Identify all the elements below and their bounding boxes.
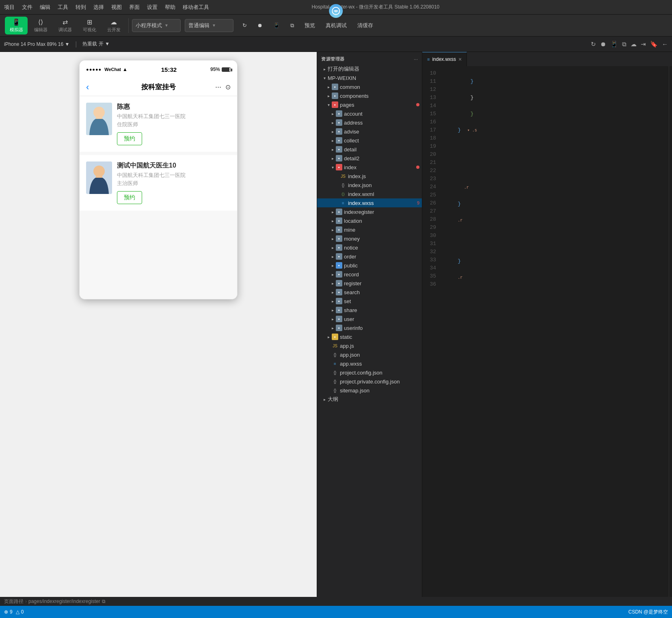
outline-section[interactable]: 大纲: [317, 395, 422, 404]
app-logo: [329, 4, 343, 18]
search-folder[interactable]: ▪ search: [317, 288, 422, 297]
nav-more-button[interactable]: ···: [215, 83, 221, 91]
preview-button[interactable]: 预览: [300, 20, 319, 31]
set-folder[interactable]: ▪ set: [317, 297, 422, 306]
address-folder[interactable]: ▪ address: [317, 118, 422, 127]
tab-close-button[interactable]: ×: [458, 56, 462, 62]
compile-selector[interactable]: 普通编辑 ▼: [185, 19, 233, 32]
detail-folder[interactable]: ▪ detail: [317, 145, 422, 154]
real-debug-label: 真机调试: [326, 22, 347, 28]
menu-help[interactable]: 帮助: [165, 4, 175, 11]
mine-folder[interactable]: ▪ mine: [317, 225, 422, 234]
menu-mobile-tools[interactable]: 移动者工具: [183, 4, 209, 11]
doctor-info-2: 测试中国航天医生10 中国航天科工集团七三一医院 主治医师 预约: [117, 161, 231, 204]
static-folder[interactable]: ▪ static: [317, 332, 422, 341]
menu-view[interactable]: 视图: [111, 4, 122, 11]
record-folder[interactable]: ▪ record: [317, 270, 422, 279]
mode-selector[interactable]: 小程序模式 ▼: [132, 19, 181, 32]
register-folder[interactable]: ▪ register: [317, 279, 422, 288]
record-icon[interactable]: ⏺: [600, 41, 606, 47]
menu-file[interactable]: 文件: [22, 4, 32, 11]
index-json-file[interactable]: {} index.json: [317, 181, 422, 189]
notice-folder[interactable]: ▪ notice: [317, 243, 422, 252]
project-private-file[interactable]: {} project.private.config.json: [317, 377, 422, 386]
sitemap-file[interactable]: {} sitemap.json: [317, 386, 422, 395]
simulator-area: ●●●●● WeChat ▲ 15:32 95% ‹ 按科室挂号 ··· ⊙: [0, 52, 317, 606]
app-wxss-file[interactable]: ≡ app.wxss: [317, 359, 422, 368]
index-folder[interactable]: ▪ index: [317, 163, 422, 172]
common-folder[interactable]: ▪ common: [317, 82, 422, 91]
mp-weixin-arrow: [321, 76, 328, 80]
refresh-sec-icon[interactable]: ↻: [591, 41, 596, 48]
index-wxss-file[interactable]: ≡ index.wxss 9: [317, 198, 422, 207]
index-js-file[interactable]: JS index.js: [317, 172, 422, 181]
copy-icon[interactable]: ⧉: [622, 41, 627, 48]
user-arrow: [329, 317, 336, 321]
location-folder[interactable]: ▪ location: [317, 216, 422, 225]
expand-icon[interactable]: ⇥: [641, 41, 646, 48]
collect-folder[interactable]: ▪ collect: [317, 136, 422, 145]
breadcrumb-path[interactable]: pages/indexregister/indexregister: [28, 599, 100, 604]
collect-label: collect: [344, 138, 359, 144]
breadcrumb-copy-icon[interactable]: ⧉: [102, 599, 106, 604]
hot-reload-toggle[interactable]: 热重载 开 ▼: [82, 41, 110, 47]
debug-button[interactable]: ⇄ 调试器: [54, 17, 76, 34]
menu-project[interactable]: 项目: [4, 4, 15, 11]
account-folder[interactable]: ▪ account: [317, 109, 422, 118]
cloud-button[interactable]: ☁ 云开发: [102, 17, 125, 34]
order-folder[interactable]: ▪ order: [317, 252, 422, 261]
simulator-button[interactable]: 📱 模拟器: [5, 17, 28, 34]
mp-weixin-section[interactable]: MP-WEIXIN: [317, 73, 422, 82]
nav-actions: ··· ⊙: [215, 83, 231, 91]
indexregister-folder-icon: ▪: [336, 209, 342, 215]
user-folder[interactable]: ▪ user: [317, 314, 422, 323]
index-wxml-file[interactable]: ⟨⟩ index.wxml: [317, 189, 422, 198]
app-json-file[interactable]: {} app.json: [317, 350, 422, 359]
userinfo-folder[interactable]: ▪ userinfo: [317, 323, 422, 332]
bookmark-icon[interactable]: 🔖: [650, 41, 658, 48]
public-folder[interactable]: ▪ public: [317, 261, 422, 270]
menu-tools[interactable]: 工具: [58, 4, 68, 11]
detail2-folder[interactable]: ▪ detail2: [317, 154, 422, 163]
menu-goto[interactable]: 转到: [76, 4, 86, 11]
appoint-button-1[interactable]: 预约: [117, 132, 142, 145]
active-tab[interactable]: ≡ index.wxss ×: [422, 52, 467, 66]
device-button[interactable]: 📱: [269, 21, 284, 30]
compile-select-value: 普通编辑: [188, 22, 210, 29]
error-icon: ⊗: [4, 609, 8, 615]
app-js-file[interactable]: JS app.js: [317, 341, 422, 350]
menu-settings[interactable]: 设置: [147, 4, 158, 11]
appoint-button-2[interactable]: 预约: [117, 191, 142, 204]
device-selector[interactable]: iPhone 14 Pro Max 89% 16 ▼: [4, 41, 69, 47]
mobile-icon[interactable]: 📱: [610, 41, 618, 48]
explorer-options[interactable]: ···: [414, 56, 418, 62]
share-folder[interactable]: ▪ share: [317, 306, 422, 314]
stop-button[interactable]: ⏺: [253, 21, 267, 30]
cloud-sec-icon[interactable]: ☁: [631, 41, 637, 48]
back-sec-icon[interactable]: ←: [662, 41, 668, 47]
indexregister-folder[interactable]: ▪ indexregister: [317, 207, 422, 216]
menu-interface[interactable]: 界面: [129, 4, 140, 11]
pages-folder[interactable]: ▪ pages: [317, 100, 422, 109]
open-editors-section[interactable]: 打开的编辑器: [317, 65, 422, 73]
advise-folder[interactable]: ▪ advise: [317, 127, 422, 136]
money-folder-icon: ▪: [336, 235, 342, 242]
project-config-file[interactable]: {} project.config.json: [317, 368, 422, 377]
status-errors[interactable]: ⊗ 9: [4, 609, 13, 615]
line-numbers: 1011121314 1516171819 2021222324 2526272…: [422, 66, 440, 606]
money-folder[interactable]: ▪ money: [317, 234, 422, 243]
nav-target-icon[interactable]: ⊙: [225, 83, 231, 91]
clear-cache-button[interactable]: 清缓存: [353, 20, 377, 31]
editor-button[interactable]: ⟨⟩ 编辑器: [29, 17, 52, 34]
components-folder[interactable]: ▪ components: [317, 91, 422, 100]
status-warnings[interactable]: △ 0: [16, 609, 24, 615]
minimap[interactable]: [669, 66, 672, 606]
window-title-area: Hospital-register-wx - 微信开发者工具 Stable 1.…: [233, 4, 440, 11]
real-debug-button[interactable]: 真机调试: [322, 20, 351, 31]
back-button[interactable]: ‹: [86, 82, 89, 93]
compile-button[interactable]: ↻: [238, 21, 251, 30]
menu-select[interactable]: 选择: [93, 4, 104, 11]
visual-button[interactable]: ⊞ 可视化: [78, 17, 101, 34]
menu-edit[interactable]: 编辑: [40, 4, 50, 11]
layout-button[interactable]: ⧉: [286, 21, 298, 30]
